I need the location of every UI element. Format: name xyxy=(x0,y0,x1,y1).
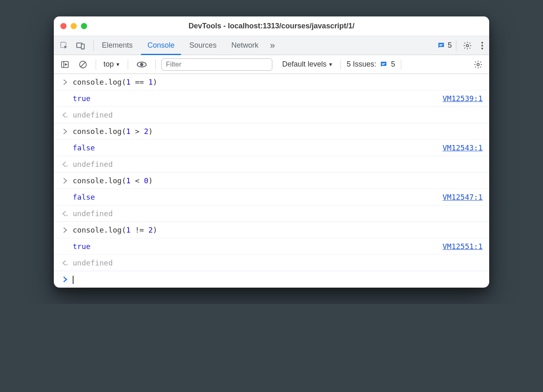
return-arrow-icon xyxy=(60,112,70,118)
source-link[interactable]: VM12539:1 xyxy=(442,94,483,103)
return-arrow-icon xyxy=(60,161,70,167)
svg-point-18 xyxy=(477,63,479,66)
clear-console-icon[interactable] xyxy=(76,58,90,71)
context-label: top xyxy=(104,60,114,69)
row-content: console.log(1 == 1) xyxy=(70,78,483,86)
row-content: console.log(1 < 0) xyxy=(70,176,483,185)
svg-marker-11 xyxy=(65,64,67,65)
issues-label: 5 Issues: xyxy=(347,60,376,69)
settings-icon[interactable] xyxy=(460,39,474,53)
live-expression-icon[interactable] xyxy=(134,58,150,71)
svg-line-13 xyxy=(81,62,85,67)
tabs: Elements Console Sources Network » xyxy=(95,36,278,55)
svg-point-19 xyxy=(67,116,68,117)
levels-label: Default levels xyxy=(282,60,327,69)
input-arrow-icon xyxy=(60,79,70,85)
row-content: console.log(1 != 2) xyxy=(70,226,483,234)
chevron-down-icon: ▼ xyxy=(328,62,333,67)
devtools-window: DevTools - localhost:1313/courses/javasc… xyxy=(54,16,489,288)
svg-point-7 xyxy=(481,44,483,46)
console-row-result: falseVM12543:1 xyxy=(54,140,489,156)
minimize-window-button[interactable] xyxy=(71,23,77,29)
console-settings-icon[interactable] xyxy=(471,58,485,71)
tab-sources[interactable]: Sources xyxy=(183,36,223,55)
console-prompt[interactable] xyxy=(54,271,489,288)
row-content: console.log(1 > 2) xyxy=(70,127,483,136)
console-output: console.log(1 == 1)trueVM12539:1undefine… xyxy=(54,74,489,288)
input-arrow-icon xyxy=(60,227,70,233)
issues-count: 5 xyxy=(391,60,395,69)
issues-indicator[interactable]: 5 Issues: 5 xyxy=(347,60,395,69)
svg-point-8 xyxy=(481,47,483,49)
tab-network[interactable]: Network xyxy=(225,36,265,55)
tab-elements[interactable]: Elements xyxy=(95,36,139,55)
svg-point-21 xyxy=(67,214,68,216)
kebab-menu-icon[interactable] xyxy=(479,39,486,53)
messages-indicator[interactable]: 5 xyxy=(437,41,452,50)
separator xyxy=(155,60,156,69)
console-row-input: console.log(1 < 0) xyxy=(54,173,489,189)
traffic-lights xyxy=(60,23,87,29)
console-row-return: undefined xyxy=(54,255,489,271)
inspect-icon[interactable] xyxy=(57,39,71,53)
return-arrow-icon xyxy=(60,211,70,217)
close-window-button[interactable] xyxy=(60,23,67,29)
message-icon xyxy=(437,42,445,50)
source-link[interactable]: VM12547:1 xyxy=(442,193,483,201)
console-row-return: undefined xyxy=(54,107,489,123)
row-content: true xyxy=(70,94,442,103)
context-selector[interactable]: top ▼ xyxy=(102,58,122,70)
svg-point-22 xyxy=(67,264,68,265)
separator xyxy=(341,60,341,69)
console-toolbar: top ▼ Default levels ▼ 5 Issues: 5 xyxy=(54,55,489,74)
console-row-result: trueVM12539:1 xyxy=(54,90,489,107)
separator xyxy=(96,60,96,69)
tab-console[interactable]: Console xyxy=(141,36,181,55)
device-toolbar-icon[interactable] xyxy=(74,39,87,53)
window-title: DevTools - localhost:1313/courses/javasc… xyxy=(54,22,489,30)
row-content: undefined xyxy=(70,209,483,218)
console-row-result: trueVM12551:1 xyxy=(54,238,489,255)
svg-rect-16 xyxy=(382,63,385,64)
console-row-return: undefined xyxy=(54,156,489,173)
divider xyxy=(93,40,94,51)
row-content: undefined xyxy=(70,111,483,119)
separator xyxy=(401,60,401,69)
svg-point-20 xyxy=(67,165,68,166)
console-row-input: console.log(1 != 2) xyxy=(54,222,489,238)
titlebar: DevTools - localhost:1313/courses/javasc… xyxy=(54,16,489,36)
prompt-input[interactable] xyxy=(70,275,483,284)
console-row-return: undefined xyxy=(54,205,489,222)
prompt-arrow-icon xyxy=(60,277,70,282)
source-link[interactable]: VM12551:1 xyxy=(442,242,483,251)
chevron-down-icon: ▼ xyxy=(115,62,120,67)
sidebar-toggle-icon[interactable] xyxy=(58,58,72,71)
input-arrow-icon xyxy=(60,178,70,184)
row-content: true xyxy=(70,242,442,251)
row-content: false xyxy=(70,193,442,201)
maximize-window-button[interactable] xyxy=(81,23,87,29)
svg-point-15 xyxy=(140,63,143,66)
console-row-input: console.log(1 == 1) xyxy=(54,74,489,90)
tabbar: Elements Console Sources Network » 5 xyxy=(54,36,489,55)
svg-point-5 xyxy=(466,44,469,47)
input-arrow-icon xyxy=(60,129,70,134)
svg-rect-17 xyxy=(382,64,384,65)
message-icon xyxy=(380,60,388,69)
row-content: undefined xyxy=(70,258,483,267)
more-tabs-button[interactable]: » xyxy=(267,40,278,51)
return-arrow-icon xyxy=(60,260,70,266)
console-row-result: falseVM12547:1 xyxy=(54,189,489,205)
messages-count: 5 xyxy=(448,41,452,50)
svg-rect-4 xyxy=(439,45,442,46)
tabbar-left-icons xyxy=(57,39,92,53)
filter-input[interactable] xyxy=(161,58,272,71)
source-link[interactable]: VM12543:1 xyxy=(442,143,483,152)
svg-rect-3 xyxy=(439,44,443,45)
tabbar-right: 5 xyxy=(437,39,486,53)
divider xyxy=(456,40,456,51)
svg-rect-2 xyxy=(81,44,84,49)
log-levels-selector[interactable]: Default levels ▼ xyxy=(281,58,335,70)
row-content: false xyxy=(70,143,442,152)
separator xyxy=(128,60,128,69)
